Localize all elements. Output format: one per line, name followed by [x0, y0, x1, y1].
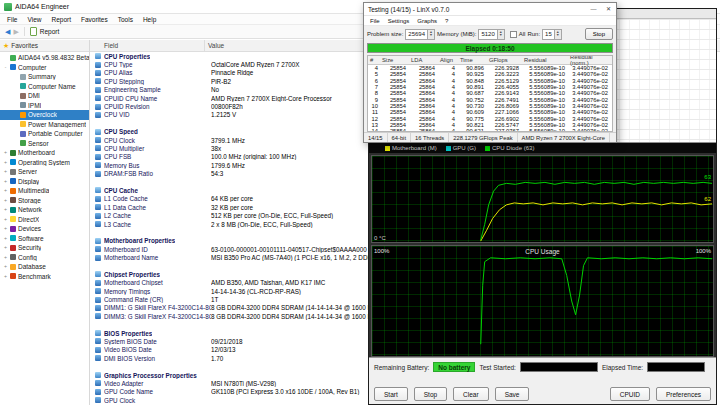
- menu-tools[interactable]: Tools: [113, 16, 138, 23]
- tree-item-label: Storage: [18, 197, 41, 204]
- tree-item[interactable]: + Software: [0, 234, 89, 244]
- tree-expander-icon[interactable]: +: [3, 217, 8, 222]
- tree-item[interactable]: + Security: [0, 243, 89, 253]
- tree-item[interactable]: + Benchmark: [0, 272, 89, 282]
- tree-item[interactable]: + Display: [0, 177, 89, 187]
- stop-button[interactable]: Stop: [414, 387, 447, 401]
- tree-item[interactable]: + Operating System: [0, 158, 89, 168]
- menu-view[interactable]: View: [22, 16, 46, 23]
- col-lda[interactable]: LDA: [409, 57, 438, 63]
- col-align[interactable]: Align: [438, 57, 458, 63]
- dmi-icon: [20, 93, 26, 99]
- linx-result-row[interactable]: 11 25854 25864 4 90.609 227.1066 5.55608…: [368, 109, 612, 115]
- tree-item[interactable]: + Devices: [0, 224, 89, 234]
- tree-item[interactable]: Overclock: [0, 110, 89, 120]
- field-name: CPU VID: [104, 111, 211, 118]
- tree-expander-icon[interactable]: +: [3, 226, 8, 231]
- cell-residual-norm: 3.449076e-02: [568, 90, 612, 96]
- cpuid-button[interactable]: CPUID: [610, 387, 650, 401]
- tree-item[interactable]: + DirectX: [0, 215, 89, 225]
- legend-cpu-diode[interactable]: CPU Diode (63): [485, 145, 534, 151]
- tree-item[interactable]: + Multimedia: [0, 186, 89, 196]
- save-button[interactable]: Save: [495, 387, 530, 401]
- linx-result-row[interactable]: 8 25854 25864 4 90.687 226.9143 5.556089…: [368, 90, 612, 96]
- tree-item[interactable]: Portable Computer: [0, 129, 89, 139]
- tree-item[interactable]: Power Management: [0, 120, 89, 130]
- tree-expander-icon[interactable]: +: [3, 179, 8, 184]
- tree-item[interactable]: Computer Name: [0, 82, 89, 92]
- col-gflops[interactable]: GFlops: [487, 57, 522, 63]
- col-time[interactable]: Time: [458, 57, 487, 63]
- tree-item-label: Software: [18, 235, 44, 242]
- linx-result-row[interactable]: 10 25854 25864 4 90.730 226.8069 5.55608…: [368, 103, 612, 109]
- tree-item[interactable]: DMI: [0, 91, 89, 101]
- tree-expander-icon[interactable]: +: [3, 255, 8, 260]
- tree-item-label: Portable Computer: [28, 130, 83, 137]
- cell-lda: 25864: [409, 90, 438, 96]
- linx-result-row[interactable]: 12 25854 25864 4 90.775 226.6902 5.55608…: [368, 115, 612, 121]
- menu-help[interactable]: Help: [138, 16, 161, 23]
- tree-item[interactable]: IPMI: [0, 101, 89, 111]
- tree-expander-icon[interactable]: +: [3, 169, 8, 174]
- menu-file[interactable]: File: [2, 16, 22, 23]
- tree-item[interactable]: Summary: [0, 72, 89, 82]
- linx-result-row[interactable]: 6 25854 25864 4 90.848 226.5129 5.556089…: [368, 78, 612, 84]
- linx-titlebar[interactable]: Testing (14/15) - LinX v0.7.0 — ✕: [364, 3, 616, 16]
- clear-button[interactable]: Clear: [453, 387, 489, 401]
- run-input[interactable]: 15 ▲▼: [542, 29, 562, 40]
- tree-expander-icon[interactable]: +: [3, 236, 8, 241]
- legend-gpu[interactable]: GPU (G): [446, 145, 476, 151]
- spinner-arrows-icon[interactable]: ▲▼: [497, 30, 504, 39]
- linx-menu-file[interactable]: File: [366, 18, 384, 24]
- tree-expander-icon[interactable]: +: [3, 160, 8, 165]
- spinner-arrows-icon[interactable]: ▲▼: [554, 30, 561, 39]
- linx-stop-button[interactable]: Stop: [585, 28, 613, 40]
- linx-result-row[interactable]: 9 25854 25864 4 90.752 226.7491 5.556089…: [368, 96, 612, 102]
- minimize-button[interactable]: —: [586, 3, 601, 15]
- memory-input[interactable]: 5120 ▲▼: [478, 29, 504, 40]
- spinner-arrows-icon[interactable]: ▲▼: [427, 30, 434, 39]
- linx-result-row[interactable]: 4 25854 25864 4 90.896 226.3928 5.556089…: [368, 65, 612, 71]
- tree-item[interactable]: + Server: [0, 167, 89, 177]
- all-checkbox[interactable]: [510, 31, 517, 38]
- menu-report[interactable]: Report: [46, 16, 76, 23]
- start-button[interactable]: Start: [374, 387, 408, 401]
- tree-expander-icon[interactable]: +: [3, 188, 8, 193]
- problem-size-input[interactable]: 25694 ▲▼: [405, 29, 435, 40]
- tree-item[interactable]: + Motherboard: [0, 148, 89, 158]
- col-number[interactable]: #: [368, 57, 380, 63]
- linx-result-row[interactable]: 5 25854 25864 4 90.925 226.3223 5.556089…: [368, 71, 612, 77]
- report-button[interactable]: Report: [40, 28, 60, 35]
- tree-expander-icon[interactable]: +: [3, 245, 8, 250]
- tree-expander-icon[interactable]: +: [3, 198, 8, 203]
- linx-result-row[interactable]: 13 25854 25864 4 90.821 226.5747 5.55608…: [368, 122, 612, 128]
- tree-item[interactable]: - Computer: [0, 63, 89, 73]
- linx-menu-settings[interactable]: Settings: [384, 18, 414, 24]
- tree-item[interactable]: + Storage: [0, 196, 89, 206]
- tree-expander-icon[interactable]: -: [3, 65, 8, 70]
- column-header-field[interactable]: Field: [90, 40, 205, 51]
- close-button[interactable]: ✕: [601, 3, 616, 15]
- menu-favorites[interactable]: Favorites: [76, 16, 113, 23]
- linx-menu-help[interactable]: ?: [441, 18, 452, 24]
- preferences-button[interactable]: Preferences: [656, 387, 711, 401]
- tree-item[interactable]: + Network: [0, 205, 89, 215]
- tree-item[interactable]: AIDA64 v5.98.4832 Beta: [0, 53, 89, 63]
- back-icon[interactable]: ◀: [5, 28, 10, 35]
- sidebar-tab-favorites[interactable]: ★ Favorites: [0, 40, 89, 52]
- linx-menu-graphs[interactable]: Graphs: [413, 18, 441, 24]
- tree-expander-icon[interactable]: +: [3, 150, 8, 155]
- ipmi-icon: [20, 102, 26, 108]
- tree-item[interactable]: + Config: [0, 253, 89, 263]
- col-size[interactable]: Size: [380, 57, 409, 63]
- col-residual[interactable]: Residual: [522, 57, 568, 63]
- tree-expander-icon[interactable]: +: [3, 274, 8, 279]
- tree-item[interactable]: Sensor: [0, 139, 89, 149]
- legend-motherboard[interactable]: Motherboard (M): [385, 145, 437, 151]
- tree-item-label: Security: [18, 244, 41, 251]
- linx-result-row[interactable]: 7 25854 25864 4 90.891 226.4055 5.556089…: [368, 84, 612, 90]
- tree-item[interactable]: + Database: [0, 262, 89, 272]
- forward-icon[interactable]: ▶: [13, 28, 18, 35]
- tree-expander-icon[interactable]: +: [3, 207, 8, 212]
- tree-expander-icon[interactable]: +: [3, 264, 8, 269]
